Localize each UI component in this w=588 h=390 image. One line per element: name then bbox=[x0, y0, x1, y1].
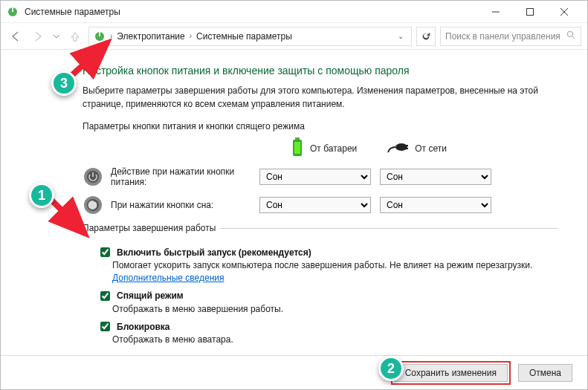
chevron-right-icon: › bbox=[190, 32, 192, 40]
sleep-title: Спящий режим bbox=[117, 290, 184, 301]
battery-icon bbox=[291, 137, 304, 159]
maximize-button[interactable] bbox=[513, 1, 547, 23]
lock-desc: Отображать в меню аватара. bbox=[112, 334, 558, 346]
breadcrumb-item-system[interactable]: Системные параметры bbox=[196, 31, 292, 42]
back-button[interactable] bbox=[7, 27, 25, 45]
power-source-headers: От батареи От сети bbox=[291, 137, 558, 159]
search-icon bbox=[566, 30, 576, 42]
power-button-ac-select[interactable]: Сон bbox=[380, 169, 491, 185]
svg-line-20 bbox=[48, 197, 85, 234]
fast-startup-title: Включить быстрый запуск (рекомендуется) bbox=[117, 247, 311, 258]
refresh-button[interactable] bbox=[416, 27, 436, 46]
close-button[interactable] bbox=[547, 1, 581, 23]
sleep-desc: Отображать в меню завершения работы. bbox=[112, 303, 558, 316]
power-button-action-row: Действие при нажатии кнопки питания: Сон… bbox=[83, 166, 558, 187]
svg-point-13 bbox=[395, 143, 407, 151]
fast-startup-desc: Помогает ускорить запуск компьютера посл… bbox=[112, 259, 558, 285]
lock-title: Блокировка bbox=[117, 322, 170, 332]
svg-rect-14 bbox=[406, 145, 408, 146]
recent-locations-button[interactable] bbox=[51, 27, 62, 45]
ac-label: От сети bbox=[415, 143, 447, 154]
titlebar: Системные параметры bbox=[1, 1, 587, 23]
fast-startup-link[interactable]: Дополнительные сведения bbox=[112, 273, 224, 283]
lock-option: Блокировка Отображать в меню аватара. bbox=[97, 319, 558, 346]
power-button-battery-select[interactable]: Сон bbox=[259, 169, 371, 185]
fast-startup-checkbox[interactable] bbox=[100, 247, 110, 257]
svg-line-21 bbox=[72, 42, 108, 75]
page-description: Выберите параметры завершения работы для… bbox=[83, 84, 558, 111]
svg-rect-7 bbox=[99, 32, 100, 36]
forward-button[interactable] bbox=[29, 27, 47, 45]
svg-rect-1 bbox=[12, 7, 13, 12]
footer: Сохранить изменения Отмена bbox=[1, 355, 587, 389]
save-button[interactable]: Сохранить изменения bbox=[394, 364, 508, 382]
power-button-icon bbox=[83, 166, 103, 187]
battery-column-header: От батареи bbox=[291, 137, 357, 159]
sleep-button-action-row: При нажатии кнопки сна: Сон Сон bbox=[83, 195, 558, 215]
svg-line-9 bbox=[572, 36, 575, 39]
breadcrumb-dropdown[interactable]: ⌄ bbox=[395, 32, 407, 40]
callout-3: 3 bbox=[51, 71, 77, 96]
breadcrumb-item-power[interactable]: Электропитание bbox=[117, 31, 184, 42]
svg-rect-15 bbox=[406, 148, 408, 149]
sleep-button-label: При нажатии кнопки сна: bbox=[111, 200, 259, 210]
sleep-checkbox[interactable] bbox=[100, 291, 110, 301]
plug-icon bbox=[387, 140, 409, 156]
sleep-option: Спящий режим Отображать в меню завершени… bbox=[97, 289, 558, 316]
fast-startup-option: Включить быстрый запуск (рекомендуется) … bbox=[97, 245, 558, 285]
cancel-button[interactable]: Отмена bbox=[518, 364, 572, 382]
svg-point-8 bbox=[567, 31, 572, 36]
svg-rect-10 bbox=[295, 137, 300, 140]
page-title: Настройка кнопок питания и включение защ… bbox=[83, 65, 558, 77]
callout-2: 2 bbox=[378, 356, 404, 381]
shutdown-settings-legend: Параметры завершения работы bbox=[83, 223, 220, 233]
minimize-button[interactable] bbox=[479, 1, 513, 23]
sleep-button-battery-select[interactable]: Сон bbox=[259, 197, 371, 213]
save-highlight: Сохранить изменения bbox=[391, 361, 511, 385]
breadcrumb[interactable]: › Электропитание › Системные параметры ⌄ bbox=[88, 27, 412, 46]
sleep-button-ac-select[interactable]: Сон bbox=[380, 197, 491, 213]
power-buttons-header: Параметры кнопки питания и кнопки спящег… bbox=[83, 121, 558, 131]
svg-rect-3 bbox=[527, 8, 534, 15]
svg-rect-12 bbox=[294, 142, 300, 154]
lock-checkbox[interactable] bbox=[100, 322, 110, 331]
power-button-label: Действие при нажатии кнопки питания: bbox=[111, 166, 259, 187]
shutdown-settings-group: Параметры завершения работы Включить быс… bbox=[83, 223, 558, 349]
search-placeholder: Поиск в панели управления bbox=[445, 31, 560, 42]
app-icon bbox=[7, 6, 19, 18]
window-controls bbox=[479, 1, 581, 23]
ac-column-header: От сети bbox=[387, 137, 447, 159]
battery-label: От батареи bbox=[310, 143, 357, 154]
arrow-3 bbox=[69, 36, 121, 81]
callout-1: 1 bbox=[29, 183, 54, 208]
window-title: Системные параметры bbox=[25, 7, 479, 17]
search-input[interactable]: Поиск в панели управления bbox=[440, 27, 581, 46]
